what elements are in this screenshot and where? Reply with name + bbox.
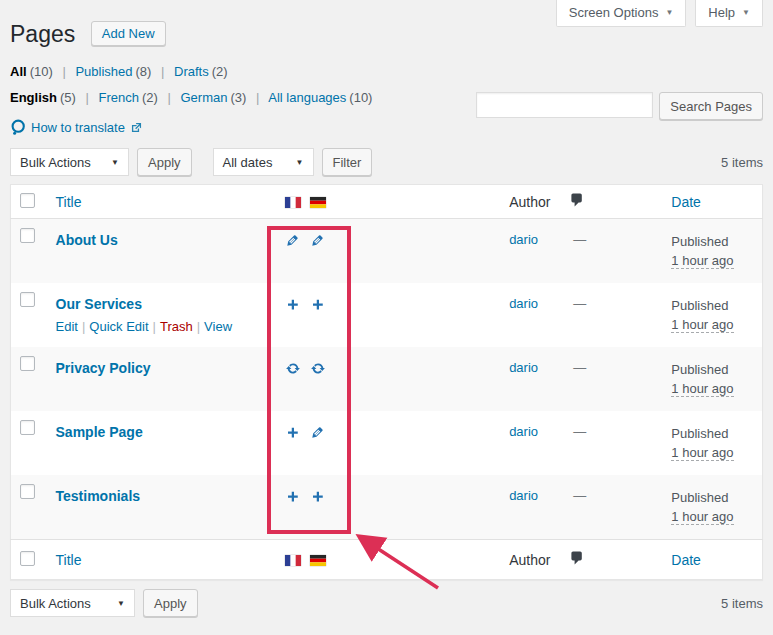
sync-translation-icon-fr[interactable]	[285, 361, 301, 376]
translate-help-icon	[10, 119, 26, 136]
separator: |	[82, 319, 85, 334]
relative-date: 1 hour ago	[671, 317, 733, 333]
add-new-button[interactable]: Add New	[91, 21, 166, 46]
filter-published-link[interactable]: Published	[75, 64, 132, 79]
table-row-our-services: Our Services Edit|Quick Edit|Trash|View …	[11, 283, 763, 347]
bulk-actions-select[interactable]: Bulk Actions ▼	[10, 148, 129, 176]
chevron-down-icon: ▼	[117, 599, 125, 608]
status-text: Published	[671, 488, 752, 507]
table-row-about-us: About Us dario — Published1 hour ago	[11, 219, 763, 284]
separator: |	[167, 90, 170, 105]
select-row-checkbox[interactable]	[20, 292, 35, 307]
page-title-link[interactable]: Sample Page	[56, 424, 143, 440]
status-text: Published	[671, 424, 752, 443]
select-row-checkbox[interactable]	[20, 420, 35, 435]
separator: |	[153, 319, 156, 334]
add-translation-icon-de[interactable]	[310, 489, 325, 504]
no-comments-dash: —	[573, 232, 586, 247]
filter-all-languages-link[interactable]: All languages	[268, 90, 346, 105]
search-box: Search Pages	[476, 92, 763, 120]
separator: |	[197, 319, 200, 334]
author-link[interactable]: dario	[509, 424, 538, 439]
dates-filter-label: All dates	[223, 155, 273, 170]
items-count: 5 items	[721, 596, 763, 611]
edit-action-link[interactable]: Edit	[56, 319, 78, 334]
status-filter-list: All(10) | Published(8) | Drafts(2)	[10, 64, 763, 80]
sort-title-header[interactable]: Title	[56, 194, 82, 210]
select-all-checkbox[interactable]	[20, 193, 35, 208]
search-input[interactable]	[476, 92, 653, 118]
select-row-checkbox[interactable]	[20, 356, 35, 371]
filter-all-languages-count: (10)	[349, 90, 372, 105]
author-link[interactable]: dario	[509, 296, 538, 311]
view-action-link[interactable]: View	[204, 319, 232, 334]
filter-english-count: (5)	[60, 90, 76, 105]
page-title-link[interactable]: Our Services	[56, 296, 142, 312]
separator: |	[161, 64, 164, 79]
how-to-translate-link[interactable]: How to translate	[31, 120, 125, 135]
translate-help-row: How to translate	[10, 118, 763, 136]
sort-title-header[interactable]: Title	[56, 552, 82, 568]
chevron-down-icon: ▼	[111, 158, 119, 167]
tablenav-bottom: Bulk Actions ▼ Apply 5 items	[10, 589, 763, 617]
dates-filter-select[interactable]: All dates ▼	[213, 148, 314, 176]
filter-drafts-link[interactable]: Drafts	[174, 64, 209, 79]
screen-meta-tabs: Screen Options ▼ Help ▼	[556, 0, 763, 27]
trash-action-link[interactable]: Trash	[160, 319, 193, 334]
row-actions: Edit|Quick Edit|Trash|View	[56, 319, 271, 334]
relative-date: 1 hour ago	[671, 381, 733, 397]
add-translation-icon-fr[interactable]	[285, 297, 300, 312]
relative-date: 1 hour ago	[671, 445, 733, 461]
edit-translation-icon-fr[interactable]	[285, 233, 300, 248]
external-link-icon	[130, 121, 143, 134]
edit-translation-icon-de[interactable]	[310, 425, 325, 440]
add-translation-icon-de[interactable]	[310, 297, 325, 312]
author-link[interactable]: dario	[509, 232, 538, 247]
author-column-header: Author	[509, 552, 550, 568]
page-title-link[interactable]: Privacy Policy	[56, 360, 151, 376]
filter-german-link[interactable]: German	[180, 90, 227, 105]
status-text: Published	[671, 360, 752, 379]
page-title-link[interactable]: Testimonials	[56, 488, 141, 504]
filter-drafts-count: (2)	[212, 64, 228, 79]
sort-date-header[interactable]: Date	[671, 552, 701, 568]
filter-german-count: (3)	[230, 90, 246, 105]
apply-button[interactable]: Apply	[143, 589, 198, 617]
table-header-row: Title Author Date	[11, 185, 763, 219]
help-label: Help	[708, 5, 735, 20]
select-row-checkbox[interactable]	[20, 484, 35, 499]
chevron-down-icon: ▼	[665, 8, 673, 17]
search-pages-button[interactable]: Search Pages	[659, 92, 763, 120]
help-toggle[interactable]: Help ▼	[695, 0, 763, 27]
bulk-actions-select[interactable]: Bulk Actions ▼	[10, 589, 135, 617]
screen-options-toggle[interactable]: Screen Options ▼	[556, 0, 687, 27]
select-row-checkbox[interactable]	[20, 228, 35, 243]
author-link[interactable]: dario	[509, 360, 538, 375]
filter-published-count: (8)	[136, 64, 152, 79]
separator: |	[62, 64, 65, 79]
french-flag-icon	[285, 197, 301, 208]
status-text: Published	[671, 296, 752, 315]
filter-english-link[interactable]: English	[10, 90, 57, 105]
table-footer-row: Title Author Date	[11, 540, 763, 580]
quick-edit-action-link[interactable]: Quick Edit	[89, 319, 148, 334]
sort-date-header[interactable]: Date	[671, 194, 701, 210]
page-title-link[interactable]: About Us	[56, 232, 118, 248]
add-translation-icon-fr[interactable]	[285, 489, 300, 504]
filter-french-link[interactable]: French	[98, 90, 138, 105]
add-translation-icon-fr[interactable]	[285, 425, 300, 440]
filter-button[interactable]: Filter	[322, 148, 373, 176]
edit-translation-icon-de[interactable]	[310, 233, 325, 248]
no-comments-dash: —	[573, 360, 586, 375]
select-all-checkbox[interactable]	[20, 551, 35, 566]
sync-translation-icon-de[interactable]	[310, 361, 326, 376]
french-flag-icon	[285, 555, 301, 566]
separator: |	[85, 90, 88, 105]
table-row-privacy-policy: Privacy Policy dario — Published1 hour a…	[11, 347, 763, 411]
filter-french-count: (2)	[142, 90, 158, 105]
filter-all-link[interactable]: All	[10, 64, 27, 79]
no-comments-dash: —	[573, 488, 586, 503]
apply-button[interactable]: Apply	[137, 148, 192, 176]
no-comments-dash: —	[573, 424, 586, 439]
author-link[interactable]: dario	[509, 488, 538, 503]
